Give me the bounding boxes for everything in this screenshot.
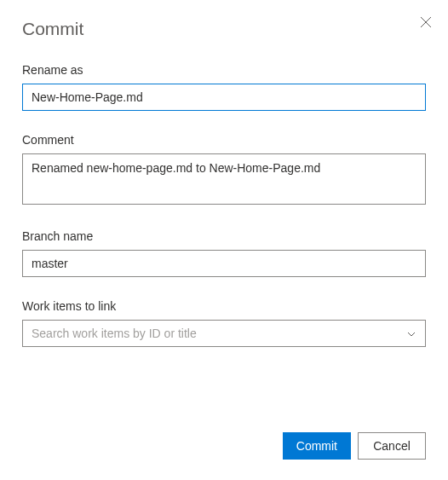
rename-field-group: Rename as xyxy=(22,63,426,111)
workitems-label: Work items to link xyxy=(22,299,426,313)
rename-input[interactable] xyxy=(22,84,426,111)
close-icon[interactable] xyxy=(419,15,433,29)
comment-field-group: Comment Renamed new-home-page.md to New-… xyxy=(22,133,426,207)
branch-input[interactable] xyxy=(22,250,426,277)
dialog-footer: Commit Cancel xyxy=(283,432,426,460)
workitems-field-group: Work items to link Search work items by … xyxy=(22,299,426,347)
comment-label: Comment xyxy=(22,133,426,147)
comment-input[interactable]: Renamed new-home-page.md to New-Home-Pag… xyxy=(22,153,426,205)
branch-label: Branch name xyxy=(22,229,426,243)
cancel-button[interactable]: Cancel xyxy=(358,432,426,460)
workitems-placeholder: Search work items by ID or title xyxy=(32,327,197,340)
commit-button[interactable]: Commit xyxy=(283,432,351,460)
rename-label: Rename as xyxy=(22,63,426,77)
chevron-down-icon xyxy=(406,328,416,338)
branch-field-group: Branch name xyxy=(22,229,426,277)
workitems-dropdown[interactable]: Search work items by ID or title xyxy=(22,320,426,347)
dialog-title: Commit xyxy=(22,19,426,39)
